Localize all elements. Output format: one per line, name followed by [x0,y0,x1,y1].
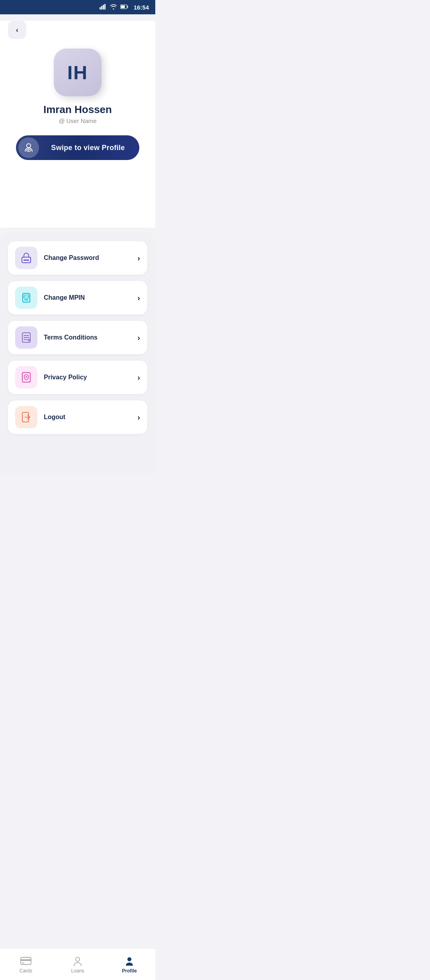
svg-point-7 [27,144,31,148]
menu-item-change-mpin[interactable]: Change MPIN › [8,281,147,314]
svg-rect-2 [103,5,104,10]
change-password-label: Change Password [44,254,137,262]
svg-rect-1 [101,6,102,10]
menu-list: Change Password › Change MPIN › [8,241,147,434]
svg-point-13 [26,260,27,261]
change-mpin-icon-wrapper [15,287,37,309]
status-bar: 16:54 [0,0,155,14]
status-time: 16:54 [134,4,149,11]
privacy-icon-wrapper [15,366,37,388]
logout-chevron: › [137,413,140,422]
swipe-icon-circle [18,137,39,158]
avatar-initials: IH [67,62,88,84]
change-password-chevron: › [137,254,140,263]
swipe-profile-button[interactable]: Swipe to view Profile [16,135,139,160]
menu-item-logout[interactable]: Logout › [8,400,147,434]
svg-point-14 [28,260,29,261]
user-name: Imran Hossen [43,103,112,116]
svg-point-20 [27,296,28,297]
privacy-chevron: › [137,373,140,382]
avatar: IH [54,49,102,96]
logout-icon-wrapper [15,406,37,428]
change-password-icon-wrapper [15,247,37,269]
svg-point-9 [28,150,29,151]
change-mpin-chevron: › [137,293,140,303]
signal-icon [100,4,107,11]
svg-rect-3 [104,4,106,10]
menu-item-privacy-policy[interactable]: Privacy Policy › [8,361,147,394]
user-handle: @ User Name [59,117,96,124]
svg-point-18 [24,296,25,297]
menu-item-change-password[interactable]: Change Password › [8,241,147,275]
terms-label: Terms Conditions [44,334,137,341]
main-content: ‹ IH Imran Hossen @ User Name Swipe to v… [0,21,155,228]
privacy-label: Privacy Policy [44,374,137,381]
logout-label: Logout [44,414,137,421]
svg-point-29 [25,376,27,378]
battery-icon [120,4,128,10]
svg-rect-6 [127,6,128,8]
wifi-icon [110,4,117,11]
svg-point-12 [24,260,25,261]
svg-point-19 [26,296,27,297]
svg-rect-0 [100,7,101,10]
change-mpin-label: Change MPIN [44,294,137,301]
terms-icon-wrapper [15,326,37,349]
avatar-section: IH Imran Hossen @ User Name [0,45,155,124]
svg-rect-5 [121,5,125,8]
swipe-button-label: Swipe to view Profile [39,144,137,152]
grey-section: Change Password › Change MPIN › [0,232,155,474]
menu-item-terms-conditions[interactable]: Terms Conditions › [8,321,147,354]
terms-chevron: › [137,333,140,342]
back-button[interactable]: ‹ [8,21,26,39]
svg-rect-17 [24,299,28,301]
back-icon: ‹ [16,26,18,34]
